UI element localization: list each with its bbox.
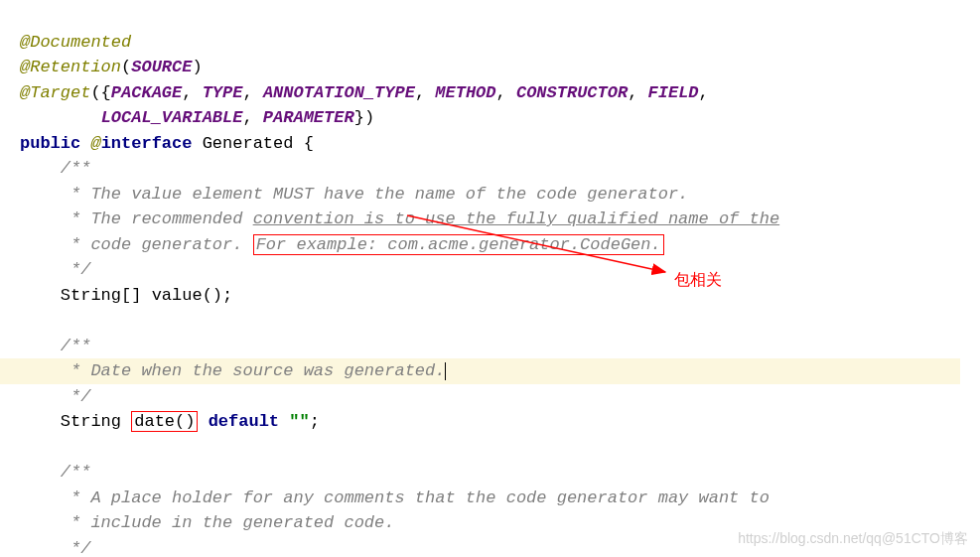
javadoc-line: * The value element MUST have the name o… [20, 185, 688, 204]
javadoc-open: /** [20, 159, 90, 178]
javadoc-close: */ [20, 260, 90, 279]
code-editor[interactable]: @Documented @Retention(SOURCE) @Target({… [0, 0, 980, 557]
watermark-text: https://blog.csdn.net/qq@51CTO博客 [738, 528, 968, 549]
line-annotation-target: @Target({PACKAGE, TYPE, ANNOTATION_TYPE,… [20, 83, 709, 102]
text-cursor [445, 362, 446, 380]
line-annotation-retention: @Retention(SOURCE) [20, 58, 203, 76]
javadoc-line: * The recommended convention is to use t… [20, 209, 779, 228]
javadoc-line: * A place holder for any comments that t… [20, 488, 770, 507]
line-class-decl: public @interface Generated { [20, 134, 314, 153]
javadoc-close: */ [20, 539, 90, 558]
method-value: String[] value(); [20, 286, 232, 305]
method-date: String date() default ""; [20, 411, 320, 432]
javadoc-line: * code generator. For example: com.acme.… [20, 234, 664, 255]
boxed-date-method: date() [131, 411, 198, 432]
javadoc-line-highlighted: * Date when the source was generated. [0, 358, 960, 384]
line-annotation-target-cont: LOCAL_VARIABLE, PARAMETER}) [20, 108, 374, 127]
line-annotation-documented: @Documented [20, 33, 131, 52]
boxed-example-text: For example: com.acme.generator.CodeGen. [253, 234, 664, 255]
javadoc-close: */ [20, 387, 90, 406]
javadoc-open: /** [20, 463, 90, 482]
annotation-label: 包相关 [674, 268, 722, 292]
javadoc-line: * include in the generated code. [20, 513, 394, 532]
javadoc-open: /** [20, 337, 90, 355]
